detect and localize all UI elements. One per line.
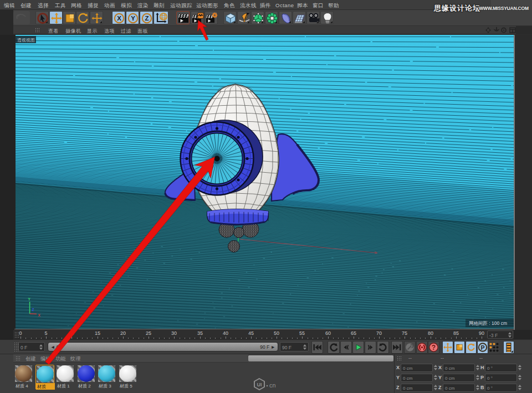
svg-text:UI: UI [257,382,262,387]
svg-text:网格间距 : 100 cm: 网格间距 : 100 cm [469,320,507,326]
svg-text:X: X [38,313,41,317]
svg-text:Y: Y [28,297,31,301]
svg-text:Y: Y [131,15,135,22]
svg-text:P: P [480,344,484,351]
svg-text:Z: Z [32,308,34,312]
svg-text:?: ? [432,344,436,351]
svg-text:cn: cn [269,382,276,389]
svg-text:透视视图: 透视视图 [17,38,35,43]
svg-text:X: X [117,15,121,22]
svg-text:Z: Z [145,15,149,22]
